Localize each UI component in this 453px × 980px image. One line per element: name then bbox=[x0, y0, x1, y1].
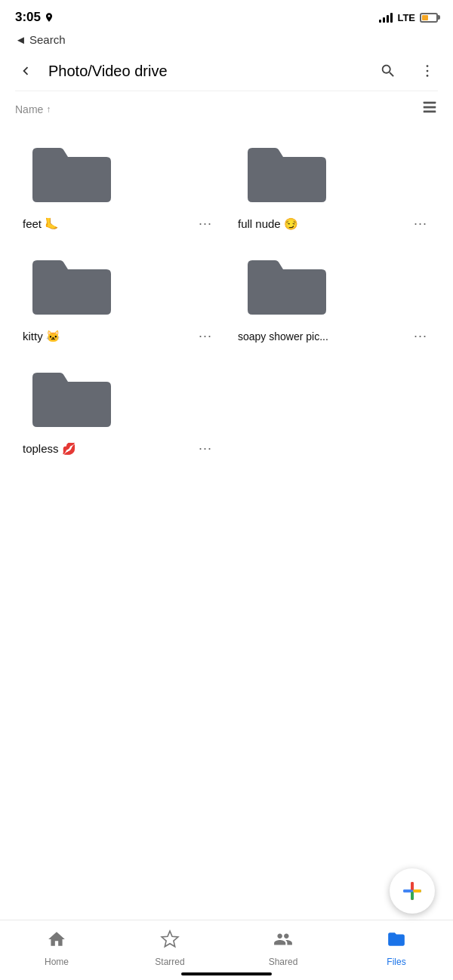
svg-point-0 bbox=[427, 65, 429, 67]
status-bar: 3:05 LTE bbox=[0, 0, 453, 30]
folder-icon-soapy-shower[interactable] bbox=[238, 247, 336, 322]
header: Photo/Video drive bbox=[0, 51, 453, 91]
sort-bar: Name ↑ bbox=[0, 94, 453, 127]
search-button[interactable] bbox=[374, 57, 402, 84]
location-icon bbox=[44, 12, 54, 23]
svg-rect-11 bbox=[413, 889, 421, 892]
nav-label-starred: Starred bbox=[155, 957, 184, 967]
file-grid: feet 🦶 ··· full nude 😏 ··· kitty 🐱 ··· bbox=[0, 127, 453, 464]
bottom-nav: Home Starred Shared Files bbox=[0, 920, 453, 980]
header-icons bbox=[374, 57, 441, 84]
svg-rect-10 bbox=[403, 889, 411, 892]
nav-item-home[interactable]: Home bbox=[0, 929, 113, 967]
folder-shape-feet bbox=[26, 137, 117, 207]
nav-label-shared: Shared bbox=[269, 957, 298, 967]
more-icon bbox=[419, 63, 436, 79]
more-options-button[interactable] bbox=[414, 57, 441, 84]
signal-bars bbox=[379, 12, 393, 23]
list-view-button[interactable] bbox=[421, 99, 438, 119]
folder-shape-soapy-shower bbox=[242, 250, 332, 319]
folder-item-topless: topless 💋 ··· bbox=[23, 359, 215, 456]
folder-icon-kitty[interactable] bbox=[23, 247, 121, 322]
nav-label-files: Files bbox=[387, 957, 405, 967]
home-indicator bbox=[181, 972, 272, 975]
folder-name-kitty: kitty 🐱 bbox=[23, 330, 191, 343]
fab-plus-icon bbox=[400, 879, 424, 903]
folder-menu-full-nude[interactable]: ··· bbox=[411, 216, 430, 232]
folder-menu-soapy-shower[interactable]: ··· bbox=[411, 328, 430, 344]
nav-item-files[interactable]: Files bbox=[340, 929, 453, 967]
search-icon bbox=[380, 63, 396, 79]
status-right: LTE bbox=[379, 12, 438, 23]
folder-menu-kitty[interactable]: ··· bbox=[196, 328, 215, 344]
nav-label-home: Home bbox=[45, 957, 69, 967]
folder-name-full-nude: full nude 😏 bbox=[238, 217, 406, 231]
shared-icon bbox=[273, 929, 293, 954]
svg-rect-9 bbox=[411, 892, 414, 900]
svg-rect-4 bbox=[424, 106, 436, 109]
folder-name-feet: feet 🦶 bbox=[23, 217, 191, 231]
sort-label[interactable]: Name ↑ bbox=[15, 103, 51, 115]
folder-menu-feet[interactable]: ··· bbox=[196, 216, 215, 232]
folder-shape-topless bbox=[26, 362, 117, 432]
home-icon bbox=[47, 929, 66, 954]
folder-item-kitty: kitty 🐱 ··· bbox=[23, 247, 215, 344]
folder-name-topless: topless 💋 bbox=[23, 442, 191, 456]
nav-item-shared[interactable]: Shared bbox=[226, 929, 340, 967]
files-icon bbox=[387, 929, 406, 954]
folder-icon-feet[interactable] bbox=[23, 134, 121, 210]
svg-rect-3 bbox=[424, 102, 436, 104]
svg-rect-5 bbox=[424, 111, 436, 113]
folder-icon-topless[interactable] bbox=[23, 359, 121, 435]
status-time: 3:05 bbox=[15, 10, 54, 25]
folder-item-soapy-shower: soapy shower pic... ··· bbox=[238, 247, 430, 344]
folder-item-feet: feet 🦶 ··· bbox=[23, 134, 215, 232]
battery-fill bbox=[422, 15, 428, 20]
folder-item-full-nude: full nude 😏 ··· bbox=[238, 134, 430, 232]
header-divider bbox=[15, 91, 438, 91]
nav-item-starred[interactable]: Starred bbox=[113, 929, 226, 967]
svg-rect-8 bbox=[411, 882, 414, 890]
nav-back-search[interactable]: ◄ Search bbox=[0, 30, 453, 51]
status-left: 3:05 bbox=[15, 10, 54, 25]
sort-direction-icon: ↑ bbox=[46, 104, 51, 115]
lte-label: LTE bbox=[397, 12, 415, 23]
back-button[interactable] bbox=[12, 57, 39, 84]
folder-menu-topless[interactable]: ··· bbox=[196, 441, 215, 456]
folder-shape-kitty bbox=[26, 250, 117, 319]
folder-shape-full-nude bbox=[242, 137, 332, 207]
list-icon bbox=[421, 99, 438, 115]
folder-name-soapy-shower: soapy shower pic... bbox=[238, 330, 406, 343]
page-title: Photo/Video drive bbox=[48, 63, 365, 80]
fab-add-button[interactable] bbox=[390, 868, 435, 914]
folder-icon-full-nude[interactable] bbox=[238, 134, 336, 210]
battery-indicator bbox=[420, 13, 438, 23]
back-icon bbox=[17, 63, 34, 79]
svg-point-2 bbox=[427, 75, 429, 77]
star-icon bbox=[160, 929, 180, 954]
svg-point-1 bbox=[427, 70, 429, 72]
